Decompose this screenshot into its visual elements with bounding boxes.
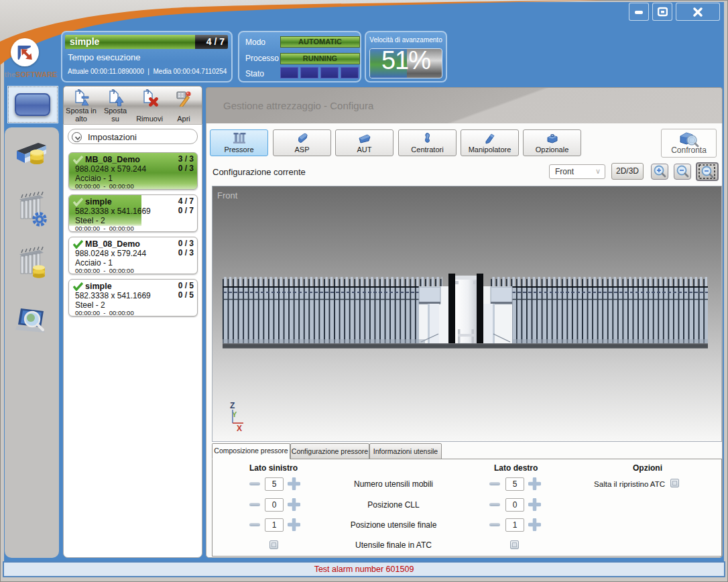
svg-text:Z: Z bbox=[230, 401, 235, 410]
svg-text:X: X bbox=[237, 424, 242, 431]
